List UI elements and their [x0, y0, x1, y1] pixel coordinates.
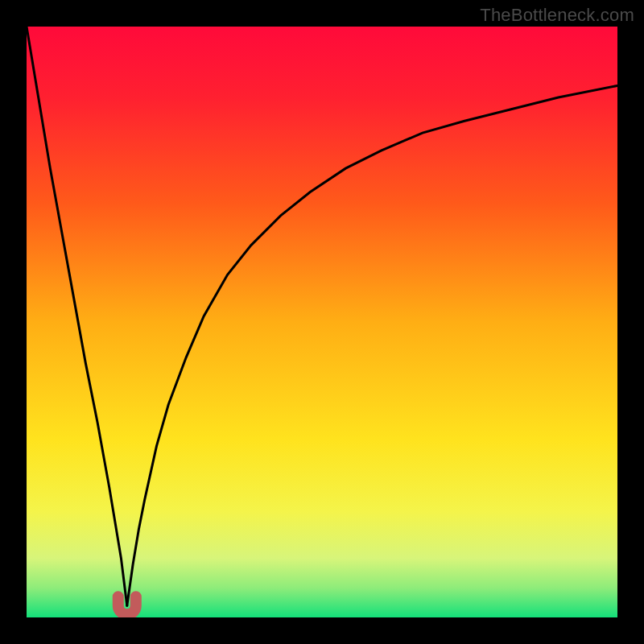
bottleneck-chart	[27, 27, 617, 617]
plot-area	[27, 27, 617, 617]
chart-frame: TheBottleneck.com	[0, 0, 644, 644]
watermark-text: TheBottleneck.com	[480, 5, 634, 26]
